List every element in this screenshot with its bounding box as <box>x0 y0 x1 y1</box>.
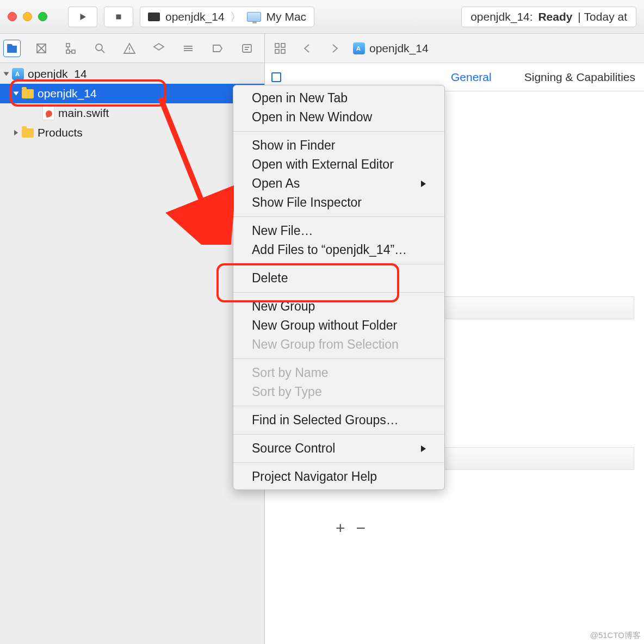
target-list-toggle-icon[interactable] <box>271 72 281 82</box>
zoom-window-button[interactable] <box>38 12 47 21</box>
project-navigator-tab[interactable] <box>3 40 21 57</box>
disclosure-arrow-icon <box>4 72 9 76</box>
folder-icon <box>22 128 34 138</box>
context-menu: Open in New Tab Open in New Window Show … <box>233 85 445 490</box>
cm-sort-name: Sort by Name <box>233 363 444 382</box>
scheme-selector[interactable]: openjdk_14 〉 My Mac <box>140 7 314 27</box>
cm-separator <box>233 292 444 293</box>
terminal-icon <box>148 13 160 21</box>
related-items-button[interactable] <box>271 40 289 57</box>
swift-file-icon <box>42 106 54 120</box>
submenu-arrow-icon <box>421 181 426 187</box>
tree-file[interactable]: main.swift <box>0 103 264 123</box>
test-navigator-tab[interactable] <box>150 40 168 57</box>
tree-root[interactable]: openjdk_14 <box>0 64 264 84</box>
watermark: @51CTO博客 <box>590 630 641 641</box>
status-bar: openjdk_14: Ready | Today at <box>461 7 636 27</box>
breadcrumb-label: openjdk_14 <box>369 42 429 55</box>
cm-separator <box>233 358 444 359</box>
cm-navigator-help[interactable]: Project Navigator Help <box>233 467 444 486</box>
scheme-name: openjdk_14 <box>165 10 225 23</box>
cm-separator <box>233 264 444 264</box>
svg-rect-0 <box>116 14 121 19</box>
tab-general[interactable]: General <box>449 65 494 89</box>
cm-new-file[interactable]: New File… <box>233 221 444 240</box>
svg-rect-4 <box>72 50 75 53</box>
tree-folder-selected[interactable]: openjdk_14 <box>0 84 264 103</box>
svg-rect-2 <box>66 44 70 47</box>
navigator-tab-bar <box>0 34 264 63</box>
device-name: My Mac <box>267 10 307 23</box>
nav-back-button[interactable] <box>299 40 316 57</box>
cm-new-group[interactable]: New Group <box>233 297 444 316</box>
cm-sort-type: Sort by Type <box>233 382 444 401</box>
svg-rect-9 <box>275 49 279 53</box>
add-button[interactable]: + <box>336 519 345 537</box>
cm-separator <box>233 216 444 217</box>
close-window-button[interactable] <box>8 12 17 21</box>
svg-rect-10 <box>281 49 285 53</box>
cm-separator <box>233 406 444 406</box>
svg-rect-3 <box>66 50 70 53</box>
run-button[interactable] <box>68 7 97 27</box>
status-sep: | <box>578 10 580 23</box>
cm-separator <box>233 434 444 435</box>
xcodeproj-icon <box>12 68 24 80</box>
cm-show-in-finder[interactable]: Show in Finder <box>233 136 444 155</box>
status-project: openjdk_14: <box>470 10 532 23</box>
cm-separator <box>233 462 444 463</box>
svg-rect-8 <box>281 44 285 47</box>
breakpoint-navigator-tab[interactable] <box>209 40 226 57</box>
cm-delete[interactable]: Delete <box>233 269 444 288</box>
tree-folder-label: openjdk_14 <box>38 87 97 100</box>
tree-file-label: main.swift <box>58 107 109 120</box>
tree-products[interactable]: Products <box>0 123 264 143</box>
svg-rect-7 <box>275 44 279 47</box>
svg-rect-6 <box>243 45 251 52</box>
cm-show-inspector[interactable]: Show File Inspector <box>233 193 444 212</box>
cm-open-external[interactable]: Open with External Editor <box>233 155 444 174</box>
editor-nav-bar: openjdk_14 <box>265 34 644 63</box>
tree-products-label: Products <box>38 126 83 139</box>
minimize-window-button[interactable] <box>23 12 32 21</box>
debug-navigator-tab[interactable] <box>179 40 197 57</box>
cm-open-as[interactable]: Open As <box>233 174 444 193</box>
issue-navigator-tab[interactable] <box>121 40 138 57</box>
chevron-right-icon: 〉 <box>230 9 242 24</box>
report-navigator-tab[interactable] <box>238 40 256 57</box>
mac-icon <box>247 12 261 22</box>
submenu-arrow-icon <box>421 445 426 452</box>
cm-new-group-selection: New Group from Selection <box>233 335 444 354</box>
assets-add-remove: + − <box>336 519 634 537</box>
project-tree: openjdk_14 openjdk_14 main.swift Product… <box>0 63 264 644</box>
stop-button[interactable] <box>104 7 133 27</box>
cm-add-files[interactable]: Add Files to “openjdk_14”… <box>233 240 444 259</box>
tree-root-label: openjdk_14 <box>28 67 87 81</box>
folder-icon <box>22 89 34 98</box>
cm-source-control[interactable]: Source Control <box>233 439 444 458</box>
cm-find-in-groups[interactable]: Find in Selected Groups… <box>233 411 444 430</box>
window-titlebar: openjdk_14 〉 My Mac openjdk_14: Ready | … <box>0 0 644 34</box>
breadcrumb[interactable]: openjdk_14 <box>353 42 429 55</box>
tab-signing[interactable]: Signing & Capabilities <box>522 65 637 89</box>
disclosure-arrow-icon <box>14 130 18 135</box>
disclosure-arrow-icon <box>14 92 19 96</box>
window-controls <box>8 12 47 21</box>
remove-button[interactable]: − <box>356 519 366 537</box>
symbol-navigator-tab[interactable] <box>62 40 79 57</box>
cm-open-new-window[interactable]: Open in New Window <box>233 108 444 127</box>
svg-point-5 <box>96 44 102 51</box>
nav-forward-button[interactable] <box>326 40 343 57</box>
status-state: Ready <box>538 10 572 23</box>
cm-open-new-tab[interactable]: Open in New Tab <box>233 89 444 108</box>
status-time: Today at <box>584 10 627 23</box>
find-navigator-tab[interactable] <box>91 40 109 57</box>
cm-separator <box>233 131 444 132</box>
navigator-sidebar: openjdk_14 openjdk_14 main.swift Product… <box>0 34 264 644</box>
source-control-navigator-tab[interactable] <box>33 40 50 57</box>
cm-new-group-no-folder[interactable]: New Group without Folder <box>233 316 444 335</box>
xcodeproj-icon <box>353 42 365 54</box>
